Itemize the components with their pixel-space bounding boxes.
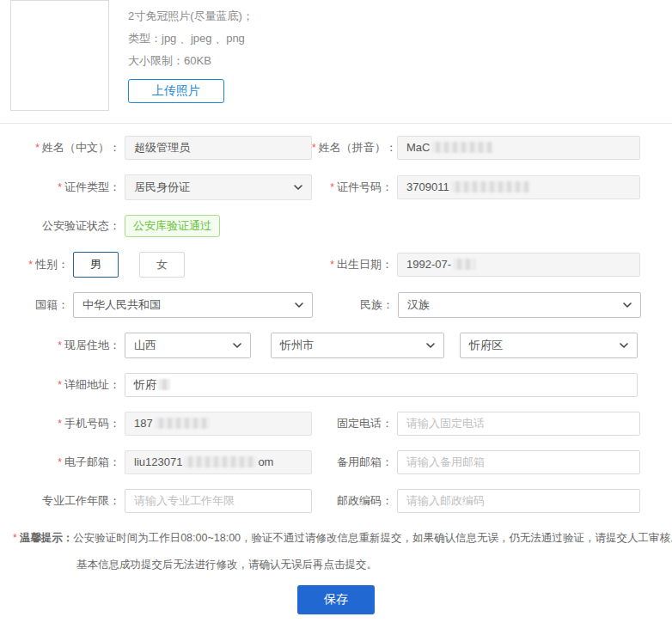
form-row: *证件类型： 居民身份证 *证件号码： 3709011 (0, 174, 672, 200)
required-asterisk: * (28, 259, 33, 271)
id-number-input[interactable]: 3709011 (397, 175, 640, 199)
chevron-down-icon (619, 340, 629, 351)
required-asterisk: * (58, 339, 62, 351)
id-number-label: *证件号码： (312, 180, 397, 195)
redacted-area (431, 142, 493, 153)
gender-female-button[interactable]: 女 (139, 252, 185, 278)
backup-email-label: 备用邮箱： (312, 455, 397, 470)
notice-section: *温馨提示：公安验证时间为工作日08:00~18:00，验证不通过请修改信息重新… (0, 530, 672, 572)
notice-line2: 基本信息成功提交后无法进行修改，请确认无误后再点击提交。 (76, 557, 672, 572)
id-type-select[interactable]: 居民身份证 (125, 174, 312, 200)
form-row: *手机号码： 187 固定电话： 请输入固定电话 (0, 412, 672, 436)
save-button[interactable]: 保存 (297, 585, 375, 614)
form-row: *性别： 男 女 *出生日期： 1992-07- (0, 252, 672, 278)
upload-photo-button[interactable]: 上传照片 (128, 79, 224, 103)
residence-label: *现居住地： (0, 338, 125, 353)
chevron-down-icon (425, 340, 436, 351)
nationality-label: 国籍： (0, 297, 73, 313)
address-label: *详细地址： (0, 377, 125, 393)
work-years-label: 专业工作年限： (0, 493, 125, 509)
address-input[interactable]: 忻府 (125, 373, 638, 397)
mobile-input[interactable]: 187 (125, 412, 312, 436)
gender-male-button[interactable]: 男 (73, 252, 119, 278)
name-pinyin-input[interactable]: MaC (397, 136, 640, 160)
redacted-area (451, 181, 530, 192)
ethnicity-select[interactable]: 汉族 (398, 292, 641, 318)
required-asterisk: * (58, 418, 62, 430)
residence-district-select[interactable]: 忻府区 (460, 333, 638, 358)
mobile-label: *手机号码： (0, 416, 125, 431)
gender-group: 男 女 (73, 252, 312, 278)
landline-label: 固定电话： (312, 416, 397, 431)
required-asterisk: * (330, 181, 334, 193)
ethnicity-value: 汉族 (407, 297, 430, 313)
birth-date-label: *出生日期： (312, 257, 397, 272)
notice-text1: 公安验证时间为工作日08:00~18:00，验证不通过请修改信息重新提交，如果确… (73, 532, 672, 544)
police-verify-status-badge: 公安库验证通过 (125, 215, 220, 237)
chevron-down-icon (232, 340, 242, 351)
gender-label: *性别： (0, 257, 73, 272)
postal-code-label: 邮政编码： (312, 493, 397, 509)
save-button-wrap: 保存 (0, 585, 672, 614)
nationality-select[interactable]: 中华人民共和国 (73, 292, 313, 318)
residence-province-value: 山西 (134, 338, 156, 353)
residence-city-select[interactable]: 忻州市 (271, 333, 444, 358)
form-row: 公安验证状态： 公安库验证通过 (0, 215, 672, 237)
email-input[interactable]: liu123071om (125, 450, 312, 474)
required-asterisk: * (58, 379, 62, 391)
email-label: *电子邮箱： (0, 455, 125, 470)
redacted-area (184, 456, 256, 467)
redacted-area (158, 379, 170, 390)
photo-section: 2寸免冠照片(尽量蓝底)； 类型：jpg 、jpeg 、png 大小限制：60K… (0, 0, 672, 111)
backup-email-input[interactable]: 请输入备用邮箱 (397, 450, 640, 474)
required-asterisk: * (312, 142, 316, 154)
redacted-area (453, 259, 475, 270)
required-asterisk: * (330, 259, 334, 271)
required-asterisk: * (35, 142, 40, 154)
form-row: *现居住地： 山西 忻州市 忻府区 (0, 333, 672, 358)
form-row: *电子邮箱： liu123071om 备用邮箱： 请输入备用邮箱 (0, 450, 672, 474)
residence-city-value: 忻州市 (280, 338, 314, 353)
chevron-down-icon (622, 300, 632, 310)
form-row: 专业工作年限： 请输入专业工作年限 邮政编码： 请输入邮政编码 (0, 489, 672, 513)
residence-district-value: 忻府区 (469, 338, 503, 353)
nationality-value: 中华人民共和国 (82, 297, 161, 313)
form-row: *姓名（中文）： 超级管理员 *姓名（拼音）： MaC (0, 136, 672, 160)
name-cn-input[interactable]: 超级管理员 (125, 136, 312, 160)
police-status-label: 公安验证状态： (0, 218, 125, 234)
chevron-down-icon (293, 182, 303, 192)
work-years-input[interactable]: 请输入专业工作年限 (125, 489, 312, 513)
birth-date-input[interactable]: 1992-07- (397, 253, 640, 277)
id-type-label: *证件类型： (0, 180, 125, 195)
id-type-value: 居民身份证 (134, 180, 190, 195)
notice-line1: *温馨提示：公安验证时间为工作日08:00~18:00，验证不通过请修改信息重新… (13, 530, 672, 546)
name-pinyin-label: *姓名（拼音）： (312, 140, 397, 156)
form-row: *详细地址： 忻府 (0, 373, 672, 397)
photo-tip-line2: 类型：jpg 、jpeg 、png (128, 27, 254, 50)
basic-info-form: *姓名（中文）： 超级管理员 *姓名（拼音）： MaC *证件类型： 居民身份证… (0, 124, 672, 614)
police-status-field: 公安库验证通过 (125, 215, 220, 237)
required-asterisk: * (13, 532, 17, 544)
ethnicity-label: 民族： (313, 297, 398, 313)
form-row: 国籍： 中华人民共和国 民族： 汉族 (0, 292, 672, 318)
name-cn-label: *姓名（中文）： (0, 140, 125, 156)
photo-placeholder (10, 0, 109, 111)
notice-label: 温馨提示： (20, 532, 74, 544)
landline-input[interactable]: 请输入固定电话 (397, 412, 640, 436)
required-asterisk: * (58, 456, 62, 468)
required-asterisk: * (58, 181, 62, 193)
chevron-down-icon (294, 300, 304, 310)
redacted-area (155, 418, 210, 429)
photo-tip-line3: 大小限制：60KB (128, 50, 254, 72)
residence-province-select[interactable]: 山西 (125, 333, 251, 358)
postal-code-input[interactable]: 请输入邮政编码 (397, 489, 640, 513)
photo-tip-line1: 2寸免冠照片(尽量蓝底)； (128, 5, 254, 27)
photo-info: 2寸免冠照片(尽量蓝底)； 类型：jpg 、jpeg 、png 大小限制：60K… (128, 0, 254, 111)
